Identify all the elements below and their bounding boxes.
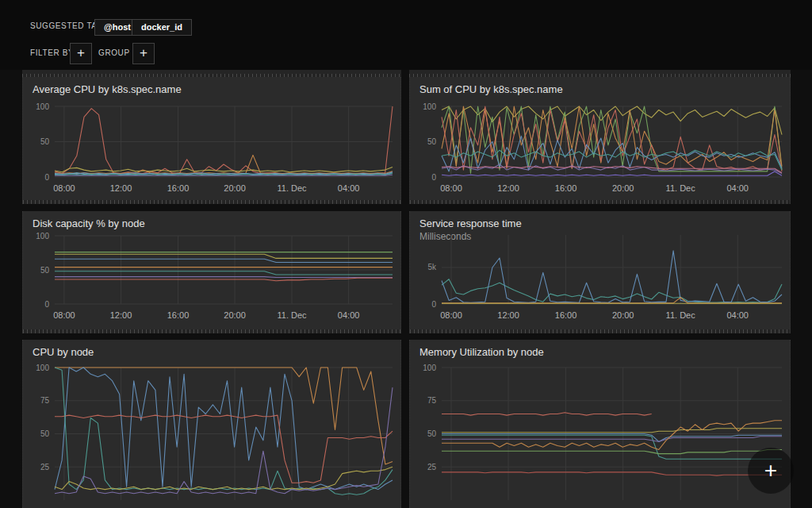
svg-text:11. Dec: 11. Dec [666,183,696,193]
chart-canvas[interactable]: 08:0012:0016:0020:0011. Dec04:00050100 [23,211,400,333]
svg-text:12:00: 12:00 [497,183,519,193]
chart-canvas[interactable]: 255075100 [23,340,400,508]
svg-text:04:00: 04:00 [338,310,360,320]
svg-text:08:00: 08:00 [53,183,75,193]
chart-canvas[interactable]: 08:0012:0016:0020:0011. Dec04:0005k [410,211,790,333]
tag-chip-docker-id[interactable]: docker_id [132,19,192,36]
svg-text:20:00: 20:00 [612,310,634,320]
header-bar: SUGGESTED TAGS: @host docker_id FILTER B… [0,0,812,70]
svg-text:20:00: 20:00 [224,183,246,193]
svg-text:0: 0 [44,173,49,182]
svg-text:75: 75 [40,396,50,405]
panel-disk-capacity: Disk capacity % by node 08:0012:0016:002… [22,211,401,333]
svg-text:50: 50 [40,429,50,438]
dashboard: SUGGESTED TAGS: @host docker_id FILTER B… [0,0,812,508]
time-ruler [410,329,790,333]
group-by-add-button[interactable]: + [132,43,155,64]
chart-canvas[interactable]: 08:0012:0016:0020:0011. Dec04:00050100 [410,77,790,204]
svg-text:12:00: 12:00 [497,310,519,320]
svg-text:100: 100 [36,232,49,241]
panel-cpu-by-node: CPU by node 255075100 [22,340,401,508]
svg-text:50: 50 [40,266,50,275]
svg-text:100: 100 [423,364,436,372]
time-ruler [23,329,400,333]
svg-text:04:00: 04:00 [726,310,749,320]
svg-text:75: 75 [427,396,437,405]
svg-text:04:00: 04:00 [726,183,749,193]
svg-text:100: 100 [36,364,49,372]
chart-canvas[interactable]: 08:0012:0016:0020:0011. Dec04:00050100 [23,77,400,204]
cutoff-panel-sliver [409,70,791,77]
svg-text:100: 100 [423,102,436,111]
svg-text:16:00: 16:00 [555,183,577,193]
svg-text:25: 25 [40,463,50,471]
svg-text:5k: 5k [427,263,437,271]
svg-text:0: 0 [431,300,436,309]
svg-text:04:00: 04:00 [338,183,360,193]
svg-text:100: 100 [36,102,49,111]
svg-text:50: 50 [427,137,437,146]
svg-text:12:00: 12:00 [110,310,132,320]
svg-text:50: 50 [427,429,437,438]
cutoff-panel-sliver [22,70,401,77]
svg-text:12:00: 12:00 [110,183,132,193]
svg-text:50: 50 [40,137,50,146]
svg-text:25: 25 [427,463,437,471]
svg-text:20:00: 20:00 [224,310,246,320]
svg-text:16:00: 16:00 [167,310,190,320]
panel-sum-cpu: Sum of CPU by k8s.spec.name 08:0012:0016… [409,77,791,204]
panel-memory-utilization: Memory Utilization by node 255075100 [409,340,791,508]
svg-text:08:00: 08:00 [440,310,462,320]
svg-text:11. Dec: 11. Dec [278,310,308,320]
panel-service-response-time: Service response time Milliseconds 08:00… [409,211,791,333]
svg-text:20:00: 20:00 [612,183,634,193]
time-ruler [410,200,790,204]
panel-average-cpu: Average CPU by k8s.spec.name 08:0012:001… [22,77,401,204]
svg-text:08:00: 08:00 [53,310,75,320]
svg-text:16:00: 16:00 [555,310,577,320]
add-graph-fab-button[interactable]: + [748,448,794,494]
svg-text:11. Dec: 11. Dec [278,183,308,193]
chart-canvas[interactable]: 255075100 [410,340,790,508]
filter-by-add-button[interactable]: + [70,43,92,64]
svg-text:16:00: 16:00 [167,183,190,193]
svg-text:0: 0 [44,300,49,309]
svg-text:11. Dec: 11. Dec [666,310,696,320]
time-ruler [23,200,400,204]
svg-text:0: 0 [431,173,436,182]
svg-text:08:00: 08:00 [440,183,462,193]
